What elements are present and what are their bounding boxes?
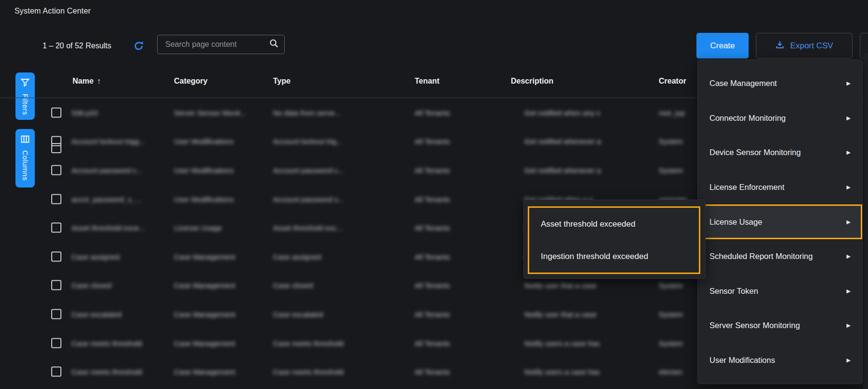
cell-tenant: All Tenants: [415, 166, 477, 174]
menu-item-server-sensor-monitoring[interactable]: Server Sensor Monitoring▶: [698, 308, 862, 343]
results-count: 1 – 20 of 52 Results: [43, 42, 111, 50]
menu-item-device-sensor-monitoring[interactable]: Device Sensor Monitoring▶: [698, 135, 862, 170]
download-icon: [775, 40, 784, 52]
chevron-right-icon: ▶: [847, 184, 851, 190]
cell-tenant: All Tenants: [415, 339, 477, 347]
cell-creator: System: [659, 310, 697, 318]
cell-name: Case escalated: [72, 310, 171, 318]
create-button[interactable]: Create: [696, 33, 749, 58]
row-checkbox[interactable]: [51, 309, 61, 319]
cell-category: Case Management: [174, 310, 268, 318]
cell-tenant: All Tenants: [415, 310, 477, 318]
cell-tenant: All Tenants: [415, 252, 477, 260]
menu-item-label: License Usage: [709, 217, 762, 227]
cell-creator: System: [659, 166, 697, 174]
menu-item-label: Scheduled Report Monitoring: [709, 252, 813, 261]
menu-item-label: Sensor Token: [709, 287, 758, 296]
column-header-name[interactable]: Name↑: [72, 77, 101, 86]
cell-type: Account password s...: [273, 195, 362, 203]
menu-item-license-enforcement[interactable]: License Enforcement▶: [698, 170, 862, 205]
cell-creator: System: [659, 281, 697, 289]
chevron-right-icon: ▶: [847, 253, 851, 259]
menu-item-case-management[interactable]: Case Management▶: [698, 66, 862, 101]
cell-category: License Usage: [174, 224, 268, 232]
menu-item-label: Server Sensor Monitoring: [709, 321, 800, 330]
chevron-right-icon: ▶: [847, 322, 851, 329]
cell-description: Notify users a case has: [524, 339, 654, 347]
cell-type: Case meets threshold: [273, 368, 362, 376]
cell-tenant: All Tenants: [415, 195, 477, 203]
cell-category: Case Management: [174, 339, 268, 347]
cell-description: Get notified whenever a: [524, 166, 654, 174]
cell-category: Case Management: [174, 281, 268, 289]
create-dropdown-menu: Case Management▶Connector Monitoring▶Dev…: [697, 59, 863, 384]
export-csv-label: Export CSV: [790, 41, 833, 51]
cell-category: User Modifications: [174, 166, 268, 174]
cell-tenant: All Tenants: [415, 224, 477, 232]
search-box: [157, 35, 285, 54]
cell-creator: root_jup: [659, 108, 697, 116]
cell-tenant: All Tenants: [415, 108, 477, 116]
row-checkbox[interactable]: [51, 280, 61, 290]
column-header-tenant[interactable]: Tenant: [415, 77, 439, 86]
row-checkbox[interactable]: [51, 136, 61, 146]
submenu-item-ingestion-threshold-exceeded[interactable]: Ingestion threshold exceeded: [529, 240, 699, 273]
cell-description: Get notified whenever a: [524, 137, 654, 145]
export-csv-button[interactable]: Export CSV: [756, 33, 853, 58]
menu-item-connector-monitoring[interactable]: Connector Monitoring▶: [698, 101, 862, 136]
cell-type: Case closed: [273, 281, 362, 289]
cell-category: User Modifications: [174, 137, 268, 145]
column-header-creator[interactable]: Creator: [659, 77, 686, 86]
cell-category: User Modifications: [174, 195, 268, 203]
cell-description: Notify users a case has: [524, 368, 654, 376]
cell-category: Server Sensor Monit...: [174, 108, 268, 116]
column-header-name-label: Name: [72, 77, 94, 85]
submenu-highlight-box: Asset threshold exceededIngestion thresh…: [528, 206, 700, 274]
scrollbar[interactable]: [863, 53, 868, 389]
row-checkbox[interactable]: [51, 338, 61, 348]
cell-creator: System: [659, 339, 697, 347]
cell-name: Case assigned: [72, 252, 171, 260]
cell-tenant: All Tenants: [415, 281, 477, 289]
menu-item-sensor-token[interactable]: Sensor Token▶: [698, 274, 862, 309]
cell-name: Asset threshold exce...: [72, 224, 171, 232]
row-checkbox[interactable]: [51, 194, 61, 204]
row-checkbox[interactable]: [51, 251, 61, 261]
menu-item-scheduled-report-monitoring[interactable]: Scheduled Report Monitoring▶: [698, 239, 862, 274]
chevron-right-icon: ▶: [847, 80, 851, 86]
cell-name: Case closed: [72, 281, 171, 289]
system-action-center-page: System Action Center 1 – 20 of 52 Result…: [0, 0, 868, 389]
cell-name: 538.p33: [72, 108, 171, 116]
chevron-right-icon: ▶: [847, 288, 851, 294]
refresh-icon[interactable]: [133, 41, 144, 51]
row-checkbox[interactable]: [51, 223, 61, 233]
cell-category: Case Management: [174, 368, 268, 376]
cell-description: Notify user that a case: [524, 281, 654, 289]
search-icon: [269, 39, 279, 50]
menu-item-license-usage[interactable]: License Usage▶: [698, 204, 862, 239]
cell-type: Account password c...: [273, 166, 362, 174]
menu-item-user-modifications[interactable]: User Modifications▶: [698, 343, 862, 378]
cell-name: Case meets threshold: [72, 339, 171, 347]
search-input[interactable]: [158, 40, 269, 49]
cell-name: Case meets threshold: [72, 368, 171, 376]
column-header-type[interactable]: Type: [273, 77, 290, 86]
cell-description: Notify user that a case: [524, 310, 654, 318]
cell-creator: elemen: [659, 368, 697, 376]
submenu-item-asset-threshold-exceeded[interactable]: Asset threshold exceeded: [529, 208, 699, 240]
chevron-right-icon: ▶: [847, 115, 851, 121]
cell-type: Case escalated: [273, 310, 362, 318]
row-checkbox[interactable]: [51, 107, 61, 117]
cell-name: accnt_password_s_...: [72, 195, 171, 203]
cell-type: No data from serve...: [273, 108, 362, 116]
menu-item-label: License Enforcement: [709, 183, 784, 192]
row-checkbox[interactable]: [51, 165, 61, 175]
page-title: System Action Center: [14, 7, 91, 15]
row-checkbox[interactable]: [51, 367, 61, 377]
cell-type: Account lockout trig...: [273, 137, 362, 145]
cell-tenant: All Tenants: [415, 137, 477, 145]
menu-item-label: Case Management: [709, 79, 777, 88]
column-header-category[interactable]: Category: [174, 77, 207, 86]
cell-type: Case meets threshold: [273, 339, 362, 347]
column-header-description[interactable]: Description: [511, 77, 553, 86]
